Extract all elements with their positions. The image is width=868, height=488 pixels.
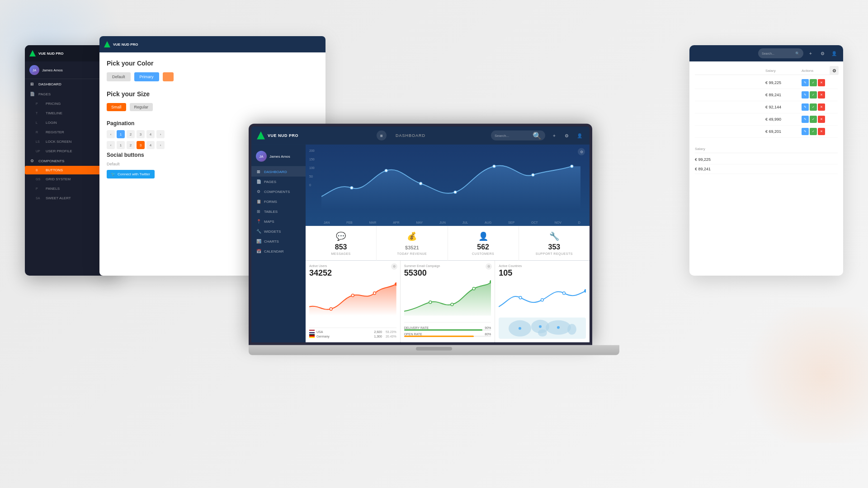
row-salary-4: € 49,990 <box>765 117 802 122</box>
nav-user-icon[interactable]: 👤 <box>575 131 584 140</box>
brand-logo-icon <box>257 131 265 140</box>
nav-plus-icon[interactable]: + <box>550 131 559 140</box>
pg-prev-2[interactable]: ‹ <box>107 141 115 149</box>
action-view-5[interactable]: ✓ <box>810 128 817 135</box>
pg-4[interactable]: 4 <box>146 130 155 138</box>
users-row-usa: USA 2,920 53.23% <box>309 330 396 333</box>
action-del-2[interactable]: ✕ <box>818 91 825 99</box>
sidebar-item-charts[interactable]: 📊 CHARTS <box>251 236 306 246</box>
support-label: SUPPORT REQUESTS <box>536 252 573 255</box>
stat-customers: 👤 562 CUSTOMERS <box>448 226 519 261</box>
pg-prev-1[interactable]: ‹ <box>107 130 115 138</box>
svg-point-7 <box>330 308 332 310</box>
bg-left-brand-name: VUE NUD PRO <box>38 52 64 56</box>
y-label-150: 150 <box>309 158 315 161</box>
bg-left-logo-icon <box>29 50 36 56</box>
bg-right-settings-icon[interactable]: ⚙ <box>818 49 827 58</box>
action-edit-3[interactable]: ✎ <box>802 103 809 111</box>
nav-settings-icon[interactable]: ⚙ <box>562 131 571 140</box>
users-usa-label: USA <box>316 330 323 333</box>
top-nav: VUE NUD PRO ≡ DASHBOARD 🔍 + ⚙ 👤 <box>251 127 590 145</box>
sidebar-label-dashboard: DASHBOARD <box>264 169 287 174</box>
countries-chart-area <box>499 280 586 318</box>
action-edit-1[interactable]: ✎ <box>802 79 809 86</box>
users-chart-settings[interactable]: ⚙ <box>391 263 397 270</box>
search-input[interactable] <box>495 133 531 137</box>
sidebar-item-forms[interactable]: 📋 FORMS <box>251 197 306 206</box>
bg-btn-regular[interactable]: Regular <box>130 103 153 111</box>
forms-icon: 📋 <box>256 199 261 204</box>
pg-next-1[interactable]: › <box>156 130 165 138</box>
sidebar-item-components[interactable]: ⚙ COMPONENTS <box>251 187 306 197</box>
row-actions-3: ✎ ✓ ✕ <box>802 103 838 111</box>
sidebar-label-components: COMPONENTS <box>264 189 290 193</box>
bg-twitter-btn[interactable]: 🐦 Connect with Twitter <box>107 170 155 178</box>
sidebar-item-pages[interactable]: 📄 PAGES <box>251 177 306 187</box>
svg-point-5 <box>532 174 534 176</box>
action-del-4[interactable]: ✕ <box>818 116 825 123</box>
svg-point-0 <box>350 187 353 189</box>
y-label-50: 50 <box>309 175 315 178</box>
pg-next-2[interactable]: › <box>156 141 165 149</box>
bg-left-username: James Amos <box>42 68 63 72</box>
pg-3[interactable]: 3 <box>137 130 145 138</box>
bg-left-register-label: REGISTER <box>46 130 64 134</box>
bg-btn-default[interactable]: Default <box>107 72 131 81</box>
laptop-screen: VUE NUD PRO ≡ DASHBOARD 🔍 + ⚙ 👤 <box>249 124 592 345</box>
month-jul: JUL <box>462 221 468 224</box>
sidebar-item-maps[interactable]: 📍 MAPS <box>251 216 306 226</box>
bg-right-nav: Search... 🔍 + ⚙ 👤 <box>689 45 843 61</box>
bg-right-plus-icon[interactable]: + <box>806 49 815 58</box>
month-nov: NOV <box>555 221 561 224</box>
bg-right-search[interactable]: Search... 🔍 <box>758 48 803 58</box>
action-del-1[interactable]: ✕ <box>818 79 825 86</box>
nav-icons: + ⚙ 👤 <box>550 131 584 140</box>
support-value: 353 <box>548 243 561 251</box>
customers-value: 562 <box>477 243 489 251</box>
messages-label: MESSAGES <box>331 252 350 255</box>
sidebar-item-calendar[interactable]: 📅 CALENDAR <box>251 246 306 256</box>
action-edit-2[interactable]: ✎ <box>802 91 809 99</box>
pg-2b[interactable]: 2 <box>127 141 135 149</box>
pg-1-active[interactable]: 1 <box>117 130 125 138</box>
bg-center-color-title: Pick your Color <box>107 60 318 67</box>
email-chart-title: Summer Email Campaign <box>404 264 491 267</box>
sidebar-item-tables[interactable]: ⊞ TABLES <box>251 206 306 216</box>
pg-4b[interactable]: 4 <box>146 141 155 149</box>
action-view-2[interactable]: ✓ <box>810 91 817 99</box>
open-rate-label: OPEN RATE 80% <box>404 333 491 336</box>
bg-btn-primary[interactable]: Primary <box>134 72 159 81</box>
chart-settings-btn[interactable]: ⚙ <box>578 148 585 155</box>
pg-3-active[interactable]: 3 <box>137 141 145 149</box>
bg-btn-small-active[interactable]: Small <box>107 103 126 111</box>
sidebar-item-widgets[interactable]: 🔧 WIDGETS <box>251 226 306 236</box>
pg-1[interactable]: 1 <box>117 141 125 149</box>
y-label-0: 0 <box>309 183 315 187</box>
user-name: James Amos <box>269 154 290 158</box>
bg-left-panels-label: PANELS <box>46 187 60 191</box>
pg-2[interactable]: 2 <box>127 130 135 138</box>
mini-chart-users: Active Users 34252 ⚙ <box>306 261 400 343</box>
users-chart-footer: USA 2,920 53.23% Germany 1,300 20.43% <box>309 328 396 339</box>
sidebar-label-calendar: CALENDAR <box>264 249 284 253</box>
svg-point-11 <box>429 301 432 304</box>
sidebar-item-dashboard[interactable]: ⊞ DASHBOARD <box>251 167 306 177</box>
action-view-4[interactable]: ✓ <box>810 116 817 123</box>
customers-label: CUSTOMERS <box>472 252 494 255</box>
action-view-3[interactable]: ✓ <box>810 103 817 111</box>
user-profile: JA James Amos <box>251 148 306 167</box>
bg-right-table2: Salary € 99,225 € 89,241 <box>695 145 838 174</box>
action-del-5[interactable]: ✕ <box>818 128 825 135</box>
bg-center-nav: VUE NUD PRO <box>99 36 326 52</box>
action-edit-5[interactable]: ✎ <box>802 128 809 135</box>
bg-right-user-icon[interactable]: 👤 <box>830 49 839 58</box>
bg-right-gear-btn[interactable]: ⚙ <box>830 66 839 75</box>
menu-btn[interactable]: ≡ <box>377 131 387 141</box>
action-view-1[interactable]: ✓ <box>810 79 817 86</box>
search-box[interactable]: 🔍 <box>491 131 545 141</box>
svg-point-10 <box>395 283 396 286</box>
y-label-200: 200 <box>309 149 315 152</box>
action-del-3[interactable]: ✕ <box>818 103 825 111</box>
bg-btn-orange[interactable] <box>163 72 174 81</box>
action-edit-4[interactable]: ✎ <box>802 116 809 123</box>
